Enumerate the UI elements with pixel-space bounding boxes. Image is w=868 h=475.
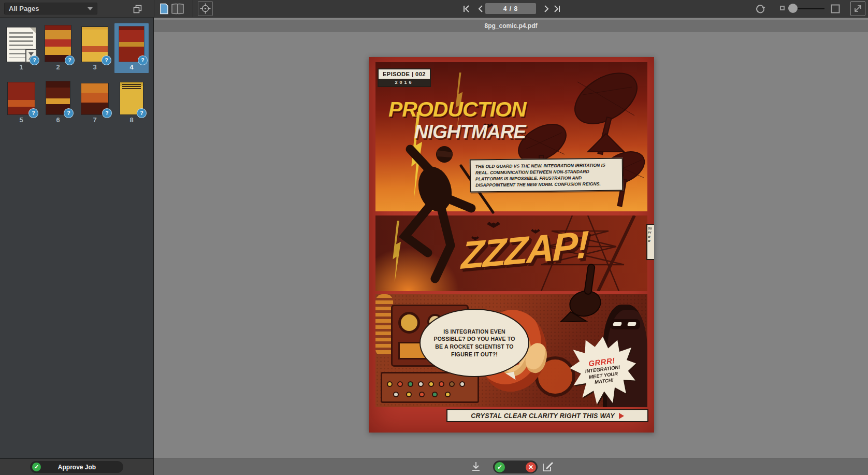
thumbnail-page-6[interactable]: ? 6 [41, 76, 75, 126]
single-page-view-button[interactable] [157, 2, 171, 16]
approve-reject-toggle: ✓ ✕ [493, 460, 538, 473]
fullscreen-diagonal-arrow-icon [853, 4, 862, 13]
episode-year: 2016 [379, 79, 430, 86]
question-badge[interactable]: ? [102, 108, 112, 118]
question-badge[interactable]: ? [64, 108, 74, 118]
crosshair-target-icon [200, 3, 211, 14]
zoom-out-icon[interactable] [780, 6, 785, 10]
question-badge[interactable]: ? [138, 55, 148, 65]
comic-page-4[interactable]: EPISODE | 002 2016 PRODUCTION NIGHTMARE … [369, 57, 654, 433]
footer-banner: CRYSTAL CLEAR CLARITY RIGHT THIS WAY [446, 409, 648, 422]
chevron-right-icon [543, 5, 551, 13]
speech-text: IS INTEGRATION EVEN POSSIBLE? DO YOU HAV… [430, 328, 519, 358]
page-4-preview: ? [119, 26, 144, 62]
pages-filter-dropdown[interactable]: All Pages [4, 3, 97, 15]
rotate-view-button[interactable] [754, 2, 767, 16]
thumbnail-page-3[interactable]: ? 3 [78, 23, 112, 73]
detach-panel-button[interactable] [131, 2, 144, 16]
question-badge[interactable]: ? [102, 55, 111, 65]
approve-bar: ✓ Approve Job [0, 458, 154, 475]
document-title-bar: 8pg_comic.p4.pdf [154, 20, 868, 32]
annotate-button[interactable] [541, 461, 554, 473]
play-triangle-icon [619, 413, 624, 419]
proofing-app: All Pages [0, 0, 868, 475]
approve-page-button[interactable]: ✓ [495, 462, 505, 472]
fit-square-icon [831, 4, 840, 13]
chevron-down-icon [88, 7, 93, 10]
question-badge[interactable]: ? [30, 55, 39, 65]
burst-bubble: GRRR! INTEGRATION! MEET YOUR MATCH! [570, 337, 636, 405]
spread-view-button[interactable] [171, 2, 184, 16]
fit-to-window-button[interactable] [829, 2, 842, 16]
episode-label: EPISODE | 002 [379, 69, 430, 79]
zoom-slider[interactable] [790, 8, 824, 9]
question-badge[interactable]: ? [65, 55, 75, 65]
footer-banner-text: CRYSTAL CLEAR CLARITY RIGHT THIS WAY [471, 412, 615, 420]
thumbnail-sidebar: ? 1 ? 2 ? 3 ? 4 ? 5 [0, 17, 154, 458]
download-icon [471, 466, 481, 474]
rotate-icon [755, 4, 766, 14]
question-badge[interactable]: ? [137, 108, 147, 118]
annotate-pencil-icon [542, 466, 553, 473]
zoom-slider-knob[interactable] [788, 4, 798, 13]
thumbnail-page-5[interactable]: ? 5 [4, 76, 38, 126]
question-badge[interactable]: ? [28, 108, 38, 118]
narration-caption: THE OLD GUARD VS THE NEW. INTEGRATION IR… [470, 157, 624, 192]
cut-off-side-caption: OU PY W W [646, 224, 654, 260]
page-1-preview: ? [7, 27, 36, 62]
two-page-spread-icon [171, 3, 184, 15]
chevron-left-icon [476, 5, 484, 13]
review-action-bar: ✓ ✕ [154, 458, 868, 475]
page-7-preview: ? [81, 83, 108, 114]
single-page-icon [160, 3, 169, 15]
approve-job-label: Approve Job [41, 464, 113, 471]
episode-box: EPISODE | 002 2016 [378, 68, 431, 87]
last-page-button[interactable] [550, 2, 563, 16]
pointing-hand-art [555, 260, 612, 322]
download-button[interactable] [470, 461, 482, 473]
page-3-preview: ? [82, 27, 108, 62]
thumbnail-page-7[interactable]: ? 7 [78, 76, 112, 126]
first-page-button[interactable] [460, 2, 473, 16]
thumbnail-page-4-selected[interactable]: ? 4 [114, 23, 149, 73]
comic-title-line-1: PRODUCTION [388, 97, 526, 122]
last-page-icon [553, 5, 561, 13]
overlapping-windows-icon [133, 5, 142, 13]
page-indicator[interactable]: 4 / 8 [485, 3, 536, 14]
page-2-preview: ? [45, 25, 71, 62]
thumbnail-page-2[interactable]: ? 2 [41, 23, 75, 73]
thumbnail-page-8[interactable]: ? 8 [114, 76, 149, 126]
pages-filter-value: All Pages [9, 5, 39, 12]
page-5-preview: ? [8, 82, 35, 114]
speech-bubble: IS INTEGRATION EVEN POSSIBLE? DO YOU HAV… [419, 309, 529, 377]
approve-check-icon: ✓ [32, 463, 41, 471]
compare-alignment-button[interactable] [198, 1, 213, 16]
fullscreen-button[interactable] [850, 1, 865, 16]
approve-job-button[interactable]: ✓ Approve Job [30, 461, 123, 473]
reject-page-button[interactable]: ✕ [526, 462, 536, 472]
document-filename: 8pg_comic.p4.pdf [484, 22, 537, 30]
page-6-preview: ? [46, 81, 70, 114]
thumbnail-page-1[interactable]: ? 1 [4, 23, 38, 73]
first-page-icon [462, 5, 471, 13]
page-8-preview: ? [120, 82, 143, 114]
top-toolbar: All Pages [0, 0, 868, 18]
